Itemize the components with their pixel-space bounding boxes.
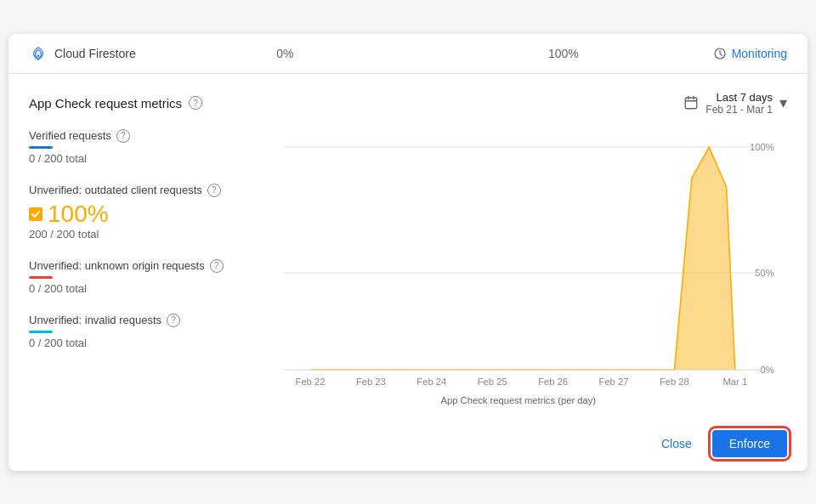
svg-point-0 xyxy=(37,54,40,57)
metric-line-3 xyxy=(29,331,53,333)
section-title-text: App Check request metrics xyxy=(29,96,182,110)
metric-label-0: Verified requests ? xyxy=(29,129,253,143)
section-title: App Check request metrics ? xyxy=(29,96,202,110)
dialog: Cloud Firestore 0% 100% Monitoring App C… xyxy=(8,34,808,471)
metric-line-2 xyxy=(29,276,53,279)
metric-item-3: Unverified: invalid requests ? 0 / 200 t… xyxy=(29,314,253,349)
calendar-icon xyxy=(683,95,699,110)
enforce-button[interactable]: Enforce xyxy=(712,430,787,457)
svg-rect-2 xyxy=(686,98,698,109)
top-bar: Cloud Firestore 0% 100% Monitoring xyxy=(8,34,808,74)
metric-value-3: 0 / 200 total xyxy=(29,337,253,349)
service-label: Cloud Firestore xyxy=(29,46,136,61)
metric-help-2[interactable]: ? xyxy=(210,259,224,273)
svg-text:Feb 27: Feb 27 xyxy=(599,376,629,386)
svg-text:App Check request metrics (per: App Check request metrics (per day) xyxy=(441,395,597,405)
svg-marker-12 xyxy=(310,147,735,370)
svg-text:Feb 24: Feb 24 xyxy=(416,376,446,386)
metric-value-0: 0 / 200 total xyxy=(29,152,253,165)
metric-line-0 xyxy=(29,146,53,149)
metric-item-0: Verified requests ? 0 / 200 total xyxy=(29,129,253,165)
percent-100: 100% xyxy=(434,47,692,60)
chart-svg: 100% 50% 0% Feb 22 Feb 2 xyxy=(267,129,787,418)
svg-text:Feb 23: Feb 23 xyxy=(356,376,386,386)
metric-help-0[interactable]: ? xyxy=(116,129,130,143)
metric-item-2: Unverified: unknown origin requests ? 0 … xyxy=(29,259,253,295)
monitoring-label: Monitoring xyxy=(732,47,787,60)
percent-0: 0% xyxy=(156,47,414,60)
metric-help-1[interactable]: ? xyxy=(207,184,221,197)
firestore-icon xyxy=(29,46,48,61)
svg-text:0%: 0% xyxy=(760,365,774,375)
chevron-down-icon: ▾ xyxy=(779,93,787,112)
svg-text:Feb 28: Feb 28 xyxy=(660,376,689,386)
date-filter-sub: Feb 21 - Mar 1 xyxy=(706,104,773,116)
svg-text:Feb 26: Feb 26 xyxy=(538,376,568,386)
date-filter[interactable]: Last 7 days Feb 21 - Mar 1 ▾ xyxy=(683,91,787,116)
svg-text:Feb 25: Feb 25 xyxy=(478,376,507,386)
metric-value-1: 200 / 200 total xyxy=(29,228,253,241)
metric-item-1: Unverified: outdated client requests ? 1… xyxy=(29,184,253,241)
chart-container: 100% 50% 0% Feb 22 Feb 2 xyxy=(267,129,787,418)
chart-section: Verified requests ? 0 / 200 total Unveri… xyxy=(29,129,787,418)
metric-help-3[interactable]: ? xyxy=(167,314,180,327)
monitoring-link[interactable]: Monitoring xyxy=(713,47,787,60)
svg-text:Mar 1: Mar 1 xyxy=(722,376,747,386)
section-header: App Check request metrics ? Last 7 days … xyxy=(29,91,787,116)
svg-text:Feb 22: Feb 22 xyxy=(296,376,326,386)
metric-big-value-1: 100% xyxy=(29,201,253,228)
footer: Close Enforce xyxy=(8,418,808,471)
metric-label-3: Unverified: invalid requests ? xyxy=(29,314,253,327)
clock-icon xyxy=(713,47,727,60)
close-button[interactable]: Close xyxy=(648,430,706,457)
metric-label-2: Unverified: unknown origin requests ? xyxy=(29,259,253,273)
help-icon[interactable]: ? xyxy=(189,96,202,110)
date-filter-label: Last 7 days xyxy=(706,91,773,104)
metric-value-2: 0 / 200 total xyxy=(29,282,253,295)
checkmark-icon xyxy=(31,211,40,218)
date-filter-text: Last 7 days Feb 21 - Mar 1 xyxy=(706,91,773,116)
checkbox-checked-1[interactable] xyxy=(29,207,42,221)
metrics-list: Verified requests ? 0 / 200 total Unveri… xyxy=(29,129,267,418)
metric-label-1: Unverified: outdated client requests ? xyxy=(29,184,253,197)
main-content: App Check request metrics ? Last 7 days … xyxy=(8,74,808,418)
service-name: Cloud Firestore xyxy=(54,47,136,60)
